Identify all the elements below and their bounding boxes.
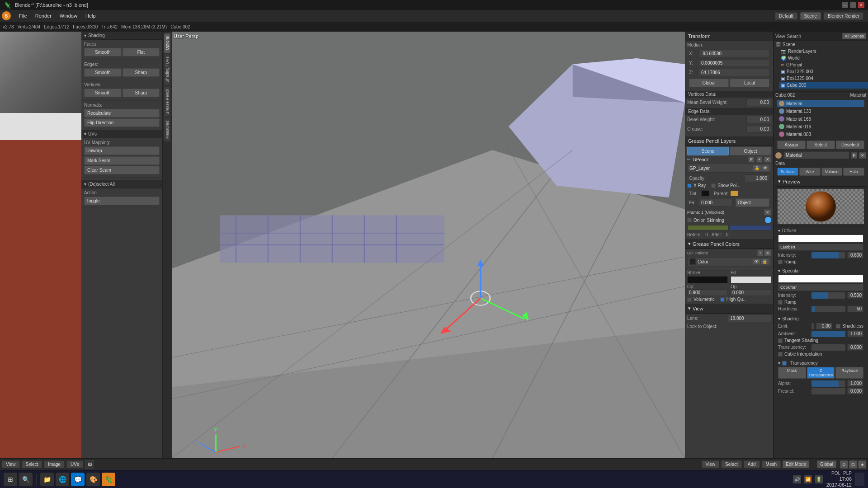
z-input[interactable] xyxy=(699,69,769,76)
volumetric-checkbox[interactable] xyxy=(687,297,692,302)
menu-window[interactable]: Window xyxy=(56,12,81,19)
diffuse-shader-dropdown[interactable]: Lambert xyxy=(778,244,863,251)
mat-tab-halo[interactable]: Halo xyxy=(843,168,864,176)
side-tab-grease-pencil[interactable]: Grease Pencil xyxy=(164,86,170,117)
x-input[interactable] xyxy=(699,50,769,57)
emit-slider[interactable] xyxy=(811,323,814,329)
diffuse-color-swatch[interactable] xyxy=(778,235,863,243)
tray-icon-1[interactable]: 🔊 xyxy=(793,475,801,483)
select-button-right[interactable]: Select xyxy=(721,460,742,468)
material-item-1[interactable]: Material.130 xyxy=(777,108,864,115)
outliner-item-gpencil[interactable]: ✏ GPencil xyxy=(779,61,868,68)
explorer-button[interactable]: 📁 xyxy=(40,473,54,486)
high-qu-checkbox[interactable] xyxy=(720,297,725,302)
viewport[interactable]: User Persp xyxy=(172,32,685,458)
gp-palette-add-button[interactable]: + xyxy=(757,250,763,256)
sharp-edges-button[interactable]: Sharp xyxy=(123,68,160,77)
chrome-button[interactable]: 🌐 xyxy=(56,473,69,486)
gp-object-button[interactable]: Object xyxy=(730,147,771,155)
view-button-left[interactable]: View xyxy=(2,460,20,468)
view-button-right[interactable]: View xyxy=(702,460,720,468)
side-tab-options[interactable]: Options xyxy=(164,33,170,53)
parent-dropdown[interactable]: Object xyxy=(736,198,769,207)
cubic-checkbox[interactable] xyxy=(778,352,783,357)
translucency-slider[interactable] xyxy=(811,344,845,351)
diffuse-ramp-checkbox[interactable] xyxy=(778,260,783,264)
mat-tab-volume[interactable]: Volume xyxy=(821,168,843,176)
minimize-button[interactable]: — xyxy=(842,2,848,8)
ambient-slider[interactable] xyxy=(811,331,845,337)
skype-button[interactable]: 💬 xyxy=(71,473,85,486)
uvs-header[interactable]: UVs xyxy=(81,130,162,138)
blender-taskbar-button[interactable]: 🦎 xyxy=(102,473,115,486)
outliner-item-box1325004[interactable]: ▣ Box1325.004 xyxy=(779,75,868,82)
specular-shader-dropdown[interactable]: CookTorr xyxy=(778,284,863,291)
tray-icon-3[interactable]: 🔋 xyxy=(815,475,823,483)
flip-direction-button[interactable]: Flip Direction xyxy=(84,118,160,127)
sharp-vertices-button[interactable]: Sharp xyxy=(123,89,160,97)
stroke-color-swatch[interactable] xyxy=(687,276,728,283)
fill-color-swatch[interactable] xyxy=(731,276,771,283)
transparency-enable-checkbox[interactable] xyxy=(782,361,787,366)
diffuse-title[interactable]: Diffuse xyxy=(778,228,863,233)
uvs-button[interactable]: UVs xyxy=(66,460,83,468)
select-button-left[interactable]: Select xyxy=(22,460,42,468)
gp-color-lock-button[interactable]: 🔒 xyxy=(760,258,769,265)
material-item-2[interactable]: Material.165 xyxy=(777,115,864,122)
mask-tab[interactable]: Mask xyxy=(778,367,806,379)
mat-tab-surface[interactable]: Surface xyxy=(777,168,798,176)
deselect-button[interactable]: Deselect xyxy=(836,141,864,149)
start-button[interactable]: ⊞ xyxy=(4,473,17,486)
gp-layer-lock-button[interactable]: 🔒 xyxy=(753,165,761,171)
specular-ramp-checkbox[interactable] xyxy=(778,300,783,305)
mat-tab-wire[interactable]: Wire xyxy=(799,168,821,176)
parent-color-swatch[interactable] xyxy=(730,190,738,197)
gp-color-eye-button[interactable]: 👁 xyxy=(753,258,760,265)
uv-mapping-dropdown[interactable]: Unwrap xyxy=(84,146,160,155)
side-tab-shading-uvs[interactable]: Shading / UVs xyxy=(164,54,170,85)
deselect-header[interactable]: (De)select All xyxy=(81,180,162,188)
side-tab-measured[interactable]: Measured xyxy=(164,118,170,141)
z-transparency-tab[interactable]: Z Transparency xyxy=(807,367,835,379)
scene-dropdown[interactable]: Scene xyxy=(800,12,821,20)
gp-add-button[interactable]: + xyxy=(756,156,762,163)
action-dropdown[interactable]: Toggle xyxy=(84,197,160,205)
outliner-item-scene[interactable]: 🎬 Scene xyxy=(774,41,868,48)
select-button[interactable]: Select xyxy=(807,141,835,149)
tint-color-swatch[interactable] xyxy=(701,190,709,197)
mat-f-button[interactable]: F xyxy=(851,152,858,159)
outliner-item-world[interactable]: 🌍 World xyxy=(779,55,868,61)
menu-file[interactable]: File xyxy=(15,12,31,19)
shading-header[interactable]: Shading xyxy=(81,32,162,40)
shadeless-checkbox[interactable] xyxy=(836,324,840,328)
add-button[interactable]: Add xyxy=(744,460,760,468)
show-poi-checkbox[interactable] xyxy=(711,183,716,188)
specular-color-swatch[interactable] xyxy=(778,275,863,283)
y-input[interactable] xyxy=(699,59,769,67)
shading-sub-title[interactable]: Shading xyxy=(778,316,863,321)
outliner-item-box1325003[interactable]: ▣ Box1325.003 xyxy=(779,68,868,75)
outliner-item-renderlayers[interactable]: 📷 RenderLayers xyxy=(779,48,868,55)
gp-scene-button[interactable]: Scene xyxy=(687,147,729,155)
frame-close-button[interactable]: ✕ xyxy=(764,209,771,216)
onion-skinning-checkbox[interactable] xyxy=(687,218,692,222)
paint-button[interactable]: 🎨 xyxy=(86,473,100,486)
gp-f-button[interactable]: F xyxy=(748,156,755,163)
specular-title[interactable]: Specular xyxy=(778,268,863,273)
flat-faces-button[interactable]: Flat xyxy=(123,48,160,56)
mark-seam-button[interactable]: Mark Seam xyxy=(84,156,160,165)
mat-x-button[interactable]: ✕ xyxy=(859,152,866,159)
all-scenes-dropdown[interactable]: All Scenes xyxy=(842,33,866,39)
lens-input[interactable] xyxy=(728,314,771,322)
local-button[interactable]: Local xyxy=(730,79,769,87)
viewport-mode-icons[interactable]: 🖼 xyxy=(85,460,94,469)
material-item-3[interactable]: Material.016 xyxy=(777,123,864,130)
material-name-input[interactable] xyxy=(783,151,849,159)
layout-dropdown[interactable]: Default xyxy=(775,12,797,20)
alpha-slider[interactable] xyxy=(811,380,845,387)
tray-icon-2[interactable]: 📶 xyxy=(804,475,812,483)
diffuse-intensity-slider[interactable] xyxy=(811,252,845,258)
show-desktop-button[interactable] xyxy=(855,473,864,486)
close-button[interactable]: ✕ xyxy=(858,2,864,8)
global-button[interactable]: Global xyxy=(689,79,729,87)
